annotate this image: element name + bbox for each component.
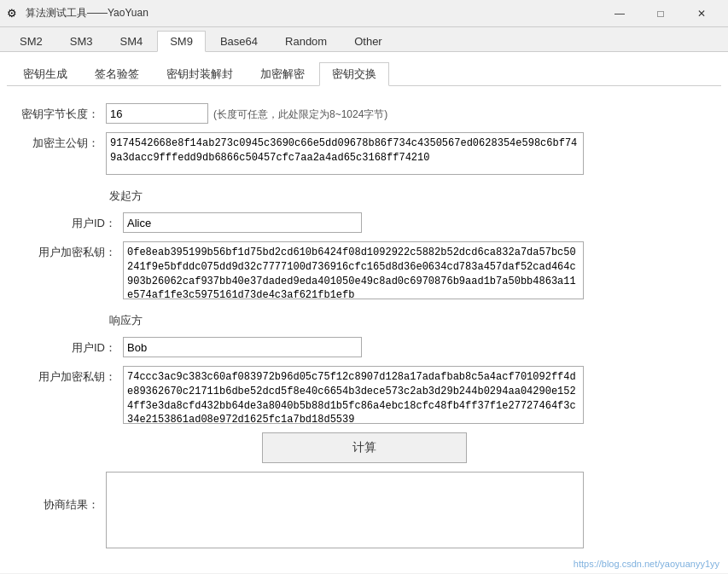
key-length-hint: (长度可任意，此处限定为8~1024字节) bbox=[208, 103, 387, 122]
minimize-button[interactable]: — bbox=[600, 0, 639, 27]
key-length-label: 密钥字节长度： bbox=[20, 103, 106, 122]
tab-sm3[interactable]: SM3 bbox=[57, 31, 106, 51]
calc-button[interactable]: 计算 bbox=[262, 432, 467, 463]
tab-random[interactable]: Random bbox=[272, 31, 340, 51]
calc-button-container: 计算 bbox=[20, 432, 708, 463]
form-area: 密钥字节长度： (长度可任意，此处限定为8~1024字节) 加密主公钥： 917… bbox=[7, 100, 721, 560]
result-label: 协商结果： bbox=[20, 472, 106, 513]
sub-tab-encrypt[interactable]: 密钥封装解封 bbox=[154, 62, 246, 85]
tab-sm9[interactable]: SM9 bbox=[157, 31, 206, 52]
window-controls: — □ ✕ bbox=[600, 0, 721, 27]
resp-privkey-label: 用户加密私钥： bbox=[38, 366, 123, 385]
sub-tab-keygen[interactable]: 密钥生成 bbox=[10, 62, 80, 85]
close-button[interactable]: ✕ bbox=[682, 0, 721, 27]
origin-userid-label: 用户ID： bbox=[38, 212, 123, 231]
resp-section-label: 响应方 bbox=[106, 313, 143, 328]
origin-userid-row: 用户ID： bbox=[20, 212, 708, 233]
enc-pubkey-label: 加密主公钥： bbox=[20, 132, 106, 151]
tab-base64[interactable]: Base64 bbox=[207, 31, 271, 51]
origin-userid-input[interactable] bbox=[123, 212, 362, 233]
window-title: 算法测试工具——YaoYuan bbox=[26, 6, 600, 20]
resp-section-spacer bbox=[20, 308, 106, 311]
watermark: https://blog.csdn.net/yaoyuanyy1yy bbox=[574, 559, 719, 569]
sub-tab-exchange[interactable]: 密钥交换 bbox=[319, 62, 389, 86]
tab-sm2[interactable]: SM2 bbox=[7, 31, 55, 51]
enc-pubkey-row: 加密主公钥： 9174542668e8f14ab273c0945c3690c66… bbox=[20, 132, 708, 175]
enc-pubkey-textarea[interactable]: 9174542668e8f14ab273c0945c3690c66e5dd096… bbox=[106, 132, 584, 175]
resp-userid-row: 用户ID： bbox=[20, 337, 708, 357]
result-row: 协商结果： bbox=[20, 472, 708, 548]
tab-sm4[interactable]: SM4 bbox=[107, 31, 155, 51]
origin-section-spacer bbox=[20, 183, 106, 187]
origin-section-label-row: 发起方 bbox=[20, 183, 708, 209]
main-tab-bar: SM2 SM3 SM4 SM9 Base64 Random Other bbox=[0, 27, 728, 52]
key-length-input[interactable] bbox=[106, 103, 208, 124]
sub-tab-sign[interactable]: 签名验签 bbox=[82, 62, 152, 85]
maximize-button[interactable]: □ bbox=[641, 0, 680, 27]
sub-tab-cipher[interactable]: 加密解密 bbox=[248, 62, 317, 85]
resp-userid-label: 用户ID： bbox=[38, 337, 123, 356]
origin-privkey-label: 用户加密私钥： bbox=[38, 241, 123, 260]
app-icon: ⚙ bbox=[7, 7, 20, 20]
resp-privkey-row: 用户加密私钥： 74ccc3ac9c383c60af083972b96d05c7… bbox=[20, 366, 708, 424]
tab-other[interactable]: Other bbox=[341, 31, 395, 51]
key-length-row: 密钥字节长度： (长度可任意，此处限定为8~1024字节) bbox=[20, 103, 708, 124]
sub-tab-bar: 密钥生成 签名验签 密钥封装解封 加密解密 密钥交换 bbox=[7, 59, 721, 86]
resp-privkey-textarea[interactable]: 74ccc3ac9c383c60af083972b96d05c75f12c890… bbox=[123, 366, 584, 424]
origin-section-label: 发起方 bbox=[106, 188, 143, 204]
origin-privkey-textarea[interactable]: 0fe8eab395199b56bf1d75bd2cd610b6424f08d1… bbox=[123, 241, 584, 299]
result-textarea[interactable] bbox=[106, 472, 584, 548]
origin-privkey-row: 用户加密私钥： 0fe8eab395199b56bf1d75bd2cd610b6… bbox=[20, 241, 708, 299]
content-area: 密钥生成 签名验签 密钥封装解封 加密解密 密钥交换 密钥字节长度： (长度可任… bbox=[0, 52, 728, 573]
resp-section-label-row: 响应方 bbox=[20, 308, 708, 333]
title-bar: ⚙ 算法测试工具——YaoYuan — □ ✕ bbox=[0, 0, 728, 27]
resp-userid-input[interactable] bbox=[123, 337, 362, 357]
